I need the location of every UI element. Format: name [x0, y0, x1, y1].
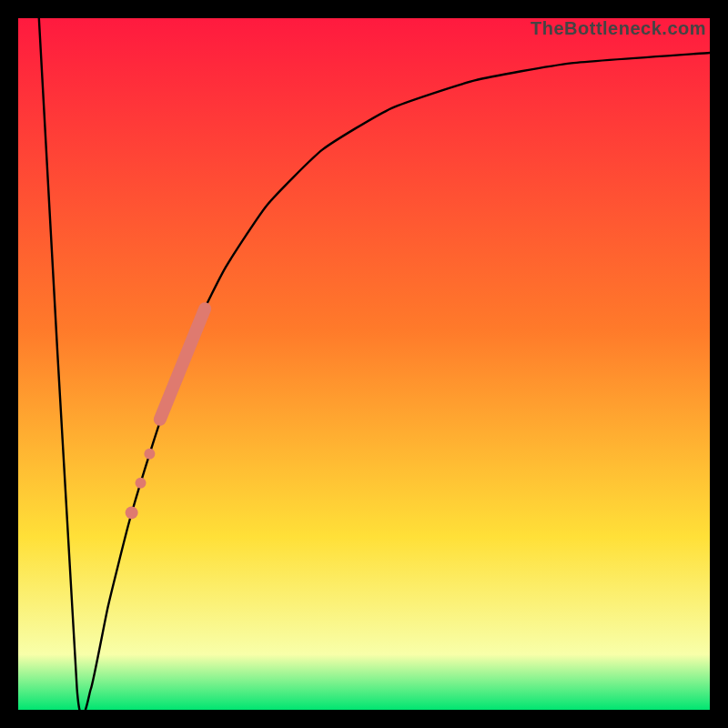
bottleneck-curve: [39, 18, 710, 710]
highlight-segment: [160, 308, 205, 420]
plot-area: TheBottleneck.com: [18, 18, 710, 710]
highlight-dot: [136, 478, 147, 489]
chart-svg: [18, 18, 710, 710]
chart-frame: TheBottleneck.com: [0, 0, 728, 728]
highlight-dot: [144, 449, 155, 460]
highlight-dot: [126, 506, 138, 519]
highlight-dots: [126, 449, 156, 520]
